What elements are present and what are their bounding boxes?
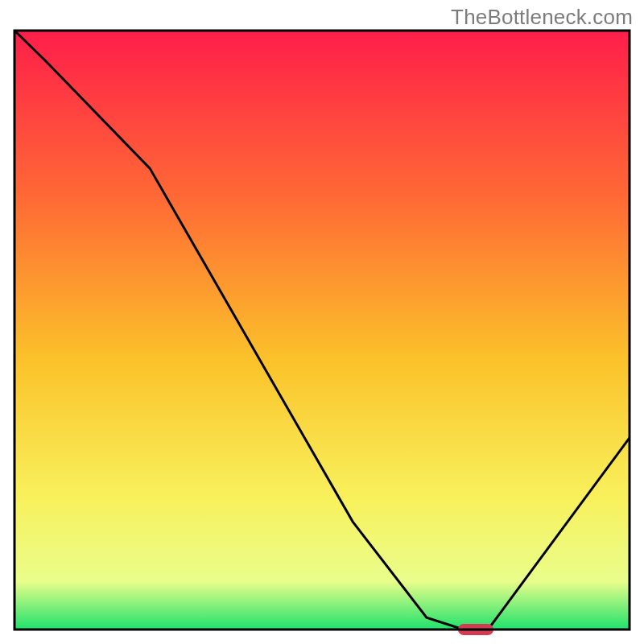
chart-background — [14, 31, 630, 630]
bottleneck-chart — [0, 0, 644, 644]
